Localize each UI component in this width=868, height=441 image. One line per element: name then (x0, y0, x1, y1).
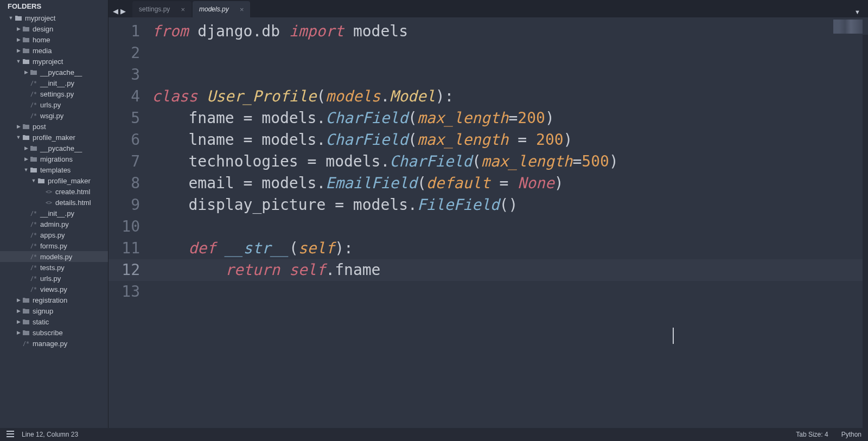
disclosure-arrow-icon[interactable]: ▶ (15, 297, 22, 303)
disclosure-arrow-icon[interactable]: ▶ (15, 319, 22, 324)
code-line[interactable] (146, 42, 868, 64)
line-number[interactable]: 7 (108, 151, 146, 172)
file-urls.py[interactable]: /*urls.py (0, 273, 108, 284)
folder-home[interactable]: ▶home (0, 34, 108, 45)
line-number-gutter[interactable]: 12345678910111213 (108, 17, 146, 428)
file-models.py[interactable]: /*models.py (0, 251, 108, 262)
folder-post[interactable]: ▶post (0, 121, 108, 132)
code-token: = (572, 152, 582, 170)
line-number[interactable]: 10 (108, 216, 146, 238)
file-details.html[interactable]: <>details.html (0, 197, 108, 208)
menu-icon[interactable] (7, 431, 14, 439)
python-file-icon: /* (29, 220, 38, 228)
folder-migrations[interactable]: ▶migrations (0, 154, 108, 164)
close-tab-icon[interactable]: × (240, 5, 244, 14)
folder-signup[interactable]: ▶signup (0, 305, 108, 316)
disclosure-arrow-icon[interactable]: ▶ (23, 156, 29, 162)
code-line[interactable]: def __str__(self): (146, 238, 868, 259)
code-line[interactable]: return self.fname (146, 259, 868, 281)
file-apps.py[interactable]: /*apps.py (0, 229, 108, 240)
line-number[interactable]: 4 (108, 86, 146, 107)
code-line[interactable]: technologies = models.CharField(max_leng… (146, 151, 868, 172)
minimap[interactable] (833, 20, 863, 34)
line-number[interactable]: 8 (108, 172, 146, 194)
disclosure-arrow-icon[interactable]: ▶ (15, 48, 22, 53)
line-number[interactable]: 1 (108, 21, 146, 42)
disclosure-arrow-icon[interactable]: ▶ (15, 330, 22, 335)
file-admin.py[interactable]: /*admin.py (0, 219, 108, 229)
disclosure-arrow-icon[interactable]: ▼ (30, 178, 37, 183)
file-__init__.py[interactable]: /*__init__.py (0, 78, 108, 88)
code-line[interactable]: class User_Profile(models.Model): (146, 86, 868, 107)
file-wsgi.py[interactable]: /*wsgi.py (0, 110, 108, 121)
file-urls.py[interactable]: /*urls.py (0, 99, 108, 110)
file-forms.py[interactable]: /*forms.py (0, 240, 108, 251)
line-number[interactable]: 11 (108, 238, 146, 259)
line-number[interactable]: 2 (108, 42, 146, 64)
nav-back-icon[interactable]: ◀ (113, 7, 120, 15)
tree-item-label: models.py (40, 253, 72, 261)
code-token: ( (289, 239, 298, 257)
file-__init__.py[interactable]: /*__init__.py (0, 208, 108, 219)
line-number[interactable]: 12 (108, 259, 146, 281)
folder-profile_maker[interactable]: ▼profile_maker (0, 132, 108, 143)
tab-dropdown-icon[interactable]: ▼ (847, 9, 868, 17)
vertical-scrollbar[interactable] (863, 35, 868, 428)
python-file-icon: /* (29, 101, 38, 108)
language-selector[interactable]: Python (841, 431, 861, 438)
code-line[interactable]: email = models.EmailField(default = None… (146, 172, 868, 194)
file-settings.py[interactable]: /*settings.py (0, 88, 108, 99)
folder-media[interactable]: ▶media (0, 45, 108, 56)
line-number[interactable]: 9 (108, 194, 146, 216)
disclosure-arrow-icon[interactable]: ▼ (8, 15, 14, 21)
line-number[interactable]: 6 (108, 129, 146, 151)
code-line[interactable] (146, 64, 868, 86)
disclosure-arrow-icon[interactable]: ▶ (15, 26, 22, 31)
code-line[interactable]: lname = models.CharField(max_length = 20… (146, 129, 868, 151)
tree-item-label: profile_maker (48, 177, 91, 185)
tab-models.py[interactable]: models.py× (193, 1, 250, 17)
disclosure-arrow-icon[interactable]: ▼ (23, 167, 29, 172)
tree-item-label: media (33, 47, 52, 55)
folder-templates[interactable]: ▼templates (0, 164, 108, 175)
folder-design[interactable]: ▶design (0, 23, 108, 34)
code-line[interactable] (146, 216, 868, 238)
disclosure-arrow-icon[interactable]: ▶ (23, 145, 29, 151)
tab-settings.py[interactable]: settings.py× (132, 1, 192, 17)
cursor-position[interactable]: Line 12, Column 23 (22, 431, 78, 438)
disclosure-arrow-icon[interactable]: ▼ (15, 135, 22, 140)
folder-__pycache__[interactable]: ▶__pycache__ (0, 67, 108, 78)
line-number[interactable]: 5 (108, 107, 146, 129)
file-tests.py[interactable]: /*tests.py (0, 262, 108, 273)
folder-icon (29, 155, 38, 163)
code-token: import (289, 22, 344, 40)
line-number[interactable]: 3 (108, 64, 146, 86)
close-tab-icon[interactable]: × (181, 5, 185, 14)
disclosure-arrow-icon[interactable]: ▶ (23, 69, 29, 75)
code-editor[interactable]: from django.db import modelsclass User_P… (146, 17, 868, 428)
folder-__pycache__[interactable]: ▶__pycache__ (0, 143, 108, 154)
folder-subscribe[interactable]: ▶subscribe (0, 327, 108, 338)
code-line[interactable] (146, 281, 868, 303)
folder-profile_maker[interactable]: ▼profile_maker (0, 175, 108, 186)
code-line[interactable]: from django.db import models (146, 21, 868, 42)
disclosure-arrow-icon[interactable]: ▼ (15, 59, 22, 64)
file-views.py[interactable]: /*views.py (0, 284, 108, 295)
code-line[interactable]: fname = models.CharField(max_length=200) (146, 107, 868, 129)
file-manage.py[interactable]: /*manage.py (0, 338, 108, 349)
tree-item-label: __init__.py (40, 79, 74, 87)
folder-myproject[interactable]: ▼myproject (0, 56, 108, 67)
nav-forward-icon[interactable]: ▶ (120, 7, 128, 15)
folder-static[interactable]: ▶static (0, 316, 108, 327)
file-create.html[interactable]: <>create.html (0, 186, 108, 197)
disclosure-arrow-icon[interactable]: ▶ (15, 124, 22, 129)
disclosure-arrow-icon[interactable]: ▶ (15, 308, 22, 314)
folder-sidebar[interactable]: FOLDERS ▼myproject▶design▶home▶media▼myp… (0, 0, 108, 428)
code-line[interactable]: display_picture = models.FileField() (146, 194, 868, 216)
folder-myproject[interactable]: ▼myproject (0, 12, 108, 23)
code-token: ( (472, 152, 481, 170)
tab-size-selector[interactable]: Tab Size: 4 (796, 431, 828, 438)
folder-registration[interactable]: ▶registration (0, 295, 108, 305)
disclosure-arrow-icon[interactable]: ▶ (15, 37, 22, 42)
line-number[interactable]: 13 (108, 281, 146, 303)
